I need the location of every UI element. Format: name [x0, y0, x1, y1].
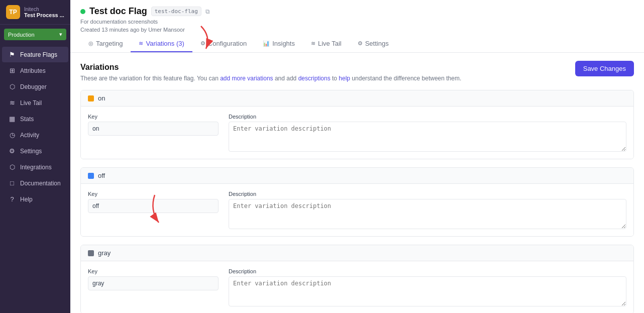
documentation-icon: □ [8, 179, 16, 187]
key-label-gray: Key [88, 268, 219, 274]
variation-body-on: Key Description [81, 107, 633, 159]
key-input-gray[interactable] [88, 276, 219, 290]
activity-icon: ◷ [8, 131, 16, 139]
environment-selector[interactable]: Production ▾ [4, 29, 66, 40]
sidebar-item-activity[interactable]: ◷ Activity [2, 127, 68, 143]
sidebar: TP Initech Test Process ... Production ▾… [0, 0, 70, 313]
key-field-on: Key [88, 114, 219, 152]
tab-live-tail[interactable]: ≋ Live Tail [303, 36, 350, 52]
targeting-tab-icon: ◎ [88, 40, 93, 47]
key-field-off: Key [88, 191, 219, 229]
copy-icon[interactable]: ⧉ [205, 8, 210, 15]
tab-targeting[interactable]: ◎ Targeting [80, 36, 131, 52]
variations-tab-icon: ≋ [139, 40, 143, 47]
sidebar-item-label: Debugger [20, 83, 47, 90]
desc-field-on: Description [229, 114, 626, 152]
tab-insights[interactable]: 📊 Insights [255, 36, 303, 52]
desc-textarea-gray[interactable] [229, 276, 626, 306]
sidebar-nav: ⚑ Feature Flags ⊞ Attributes ⬡ Debugger … [0, 44, 70, 313]
help-icon: ? [8, 195, 16, 203]
page-header: Test doc Flag test-doc-flag ⧉ For docume… [70, 0, 644, 53]
sidebar-logo: TP Initech Test Process ... [0, 0, 70, 25]
sidebar-item-label: Attributes [20, 67, 46, 74]
variation-color-on [88, 95, 94, 101]
sidebar-item-label: Live Tail [20, 99, 42, 107]
live-tail-icon: ≋ [8, 99, 16, 107]
main-content: Test doc Flag test-doc-flag ⧉ For docume… [70, 0, 644, 313]
desc-label-off: Description [229, 191, 626, 197]
variation-card-off: off Key Description [80, 167, 634, 237]
flag-title: Test doc Flag [89, 6, 147, 17]
sidebar-item-documentation[interactable]: □ Documentation [2, 175, 68, 191]
key-input-on[interactable] [88, 122, 219, 136]
desc-field-gray: Description [229, 268, 626, 306]
desc-textarea-off[interactable] [229, 199, 626, 229]
feature-flags-icon: ⚑ [8, 51, 16, 58]
debugger-icon: ⬡ [8, 83, 16, 90]
chevron-down-icon: ▾ [59, 31, 62, 38]
descriptions-link[interactable]: descriptions [298, 75, 331, 82]
flag-title-row: Test doc Flag test-doc-flag ⧉ [80, 6, 634, 17]
variation-name-off: off [98, 172, 105, 179]
sidebar-item-label: Feature Flags [20, 51, 57, 58]
flag-slug: test-doc-flag [151, 7, 201, 16]
live-tail-tab-icon: ≋ [311, 40, 315, 47]
variation-card-on: on Key Description [80, 90, 634, 159]
sidebar-item-stats[interactable]: ▦ Stats [2, 111, 68, 127]
variation-header-off: off [81, 168, 633, 184]
sidebar-item-label: Documentation [20, 180, 61, 187]
configuration-tab-icon: ⚙ [200, 40, 205, 47]
variation-color-gray [88, 250, 94, 256]
sidebar-item-live-tail[interactable]: ≋ Live Tail [2, 95, 68, 111]
variations-section-title: Variations [80, 63, 634, 72]
variation-body-off: Key Description [81, 184, 633, 236]
help-link[interactable]: help [339, 75, 350, 82]
desc-field-off: Description [229, 191, 626, 229]
sidebar-item-debugger[interactable]: ⬡ Debugger [2, 79, 68, 94]
sidebar-item-label: Settings [20, 148, 42, 155]
sidebar-item-label: Stats [20, 116, 34, 123]
add-variations-link[interactable]: add more variations [220, 75, 273, 82]
sidebar-item-label: Help [20, 196, 33, 203]
logo-text: Initech Test Process ... [24, 7, 64, 18]
desc-textarea-on[interactable] [229, 122, 626, 152]
variations-section-desc: These are the variation for this feature… [80, 75, 634, 82]
status-dot-live [80, 9, 85, 14]
key-label-off: Key [88, 191, 219, 197]
sidebar-item-label: Integrations [20, 164, 52, 171]
desc-label-on: Description [229, 114, 626, 120]
insights-tab-icon: 📊 [263, 40, 270, 47]
tab-settings[interactable]: ⚙ Settings [350, 36, 397, 52]
variation-card-gray: gray Key Description [80, 245, 634, 313]
key-field-gray: Key [88, 268, 219, 306]
content-area: Variations These are the variation for t… [70, 53, 644, 313]
variation-color-off [88, 173, 94, 179]
attributes-icon: ⊞ [8, 67, 16, 74]
app-logo-icon: TP [6, 5, 20, 19]
key-label-on: Key [88, 114, 219, 120]
tab-configuration[interactable]: ⚙ Configuration [192, 36, 255, 52]
env-label: Production [8, 32, 35, 38]
settings-icon: ⚙ [8, 147, 16, 155]
variation-name-on: on [98, 94, 105, 102]
sidebar-item-settings[interactable]: ⚙ Settings [2, 143, 68, 159]
tabs-bar: ◎ Targeting ≋ Variations (3) ⚙ Configura… [80, 36, 634, 52]
variation-name-gray: gray [98, 249, 111, 257]
desc-label-gray: Description [229, 268, 626, 274]
tab-variations[interactable]: ≋ Variations (3) [131, 36, 192, 52]
integrations-icon: ⬡ [8, 163, 16, 171]
stats-icon: ▦ [8, 115, 16, 123]
sidebar-item-feature-flags[interactable]: ⚑ Feature Flags [2, 47, 68, 62]
sidebar-item-attributes[interactable]: ⊞ Attributes [2, 63, 68, 78]
settings-tab-icon: ⚙ [358, 40, 363, 47]
sidebar-item-label: Activity [20, 132, 39, 139]
variation-body-gray: Key Description [81, 261, 633, 313]
key-input-off[interactable] [88, 199, 219, 213]
sidebar-item-help[interactable]: ? Help [2, 191, 68, 207]
app-name: Test Process ... [24, 12, 64, 18]
flag-meta-created: Created 13 minutes ago by Umer Mansoor [80, 27, 634, 33]
sidebar-item-integrations[interactable]: ⬡ Integrations [2, 159, 68, 175]
variation-header-on: on [81, 90, 633, 107]
flag-meta-desc: For documentation screenshots [80, 19, 634, 25]
company-name: Initech [24, 7, 64, 12]
